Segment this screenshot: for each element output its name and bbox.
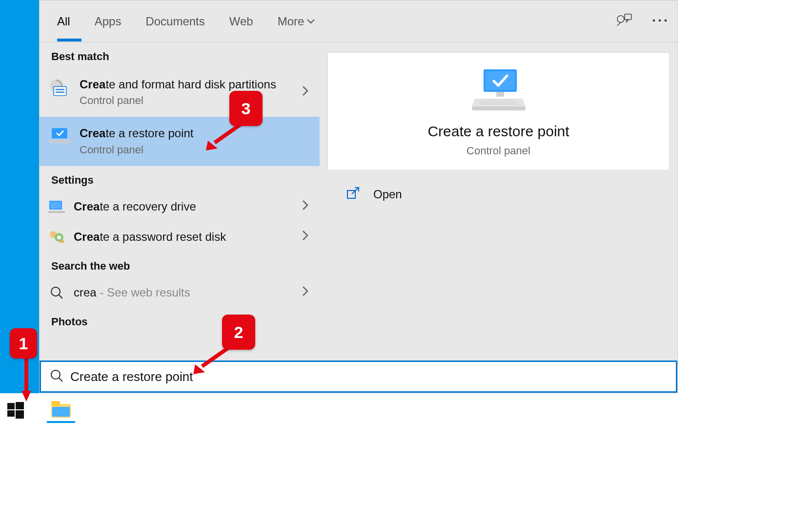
result-create-restore-point[interactable]: Create a restore point Control panel bbox=[40, 117, 320, 166]
tab-web[interactable]: Web bbox=[229, 15, 253, 28]
action-open-label: Open bbox=[373, 188, 402, 201]
svg-line-21 bbox=[59, 295, 62, 298]
svg-marker-25 bbox=[472, 99, 526, 106]
svg-line-42 bbox=[202, 348, 228, 366]
svg-rect-24 bbox=[496, 92, 504, 97]
feedback-icon[interactable] bbox=[616, 13, 632, 28]
result-create-format-partitions[interactable]: Create and format hard disk partitions C… bbox=[40, 68, 320, 117]
svg-rect-14 bbox=[50, 202, 61, 209]
svg-marker-41 bbox=[21, 391, 31, 402]
tab-all[interactable]: All bbox=[57, 15, 70, 28]
annotation-3: 3 bbox=[229, 91, 263, 126]
svg-point-3 bbox=[659, 20, 661, 22]
svg-rect-1 bbox=[625, 14, 631, 20]
tab-apps[interactable]: Apps bbox=[95, 15, 122, 28]
search-input[interactable] bbox=[70, 369, 667, 384]
chevron-right-icon[interactable] bbox=[302, 286, 309, 299]
taskbar-file-explorer[interactable] bbox=[47, 398, 75, 423]
tab-more-label: More bbox=[278, 15, 304, 28]
preview-subtitle: Control panel bbox=[328, 145, 669, 157]
result-create-password-reset-disk[interactable]: Create a password reset disk bbox=[40, 222, 320, 252]
section-best-match: Best match bbox=[40, 42, 320, 68]
svg-rect-15 bbox=[48, 211, 65, 213]
search-icon bbox=[50, 369, 63, 384]
svg-rect-33 bbox=[7, 403, 15, 409]
section-photos: Photos bbox=[40, 308, 320, 333]
result-title: Create a password reset disk bbox=[74, 229, 311, 245]
search-icon bbox=[48, 284, 65, 301]
active-tab-underline bbox=[57, 39, 81, 42]
svg-rect-8 bbox=[56, 91, 64, 93]
svg-rect-7 bbox=[56, 89, 64, 90]
section-search-web: Search the web bbox=[40, 252, 320, 277]
preview-title: Create a restore point bbox=[328, 123, 669, 140]
result-create-recovery-drive[interactable]: Create a recovery drive bbox=[40, 191, 320, 222]
annotation-1: 1 bbox=[10, 328, 37, 359]
svg-point-31 bbox=[51, 370, 60, 379]
annotation-arrow-1 bbox=[20, 359, 32, 402]
result-title: Create and format hard disk partitions bbox=[80, 77, 311, 92]
filter-tabs: All Apps Documents Web More bbox=[40, 0, 677, 42]
more-options-icon[interactable] bbox=[652, 19, 668, 22]
preview-column: Create a restore point Control panel Ope… bbox=[320, 42, 677, 360]
section-settings: Settings bbox=[40, 166, 320, 191]
svg-line-44 bbox=[215, 124, 241, 143]
action-open[interactable]: Open bbox=[327, 181, 670, 208]
restore-point-icon bbox=[48, 126, 71, 148]
preview-restore-point-icon bbox=[328, 67, 669, 113]
svg-rect-11 bbox=[50, 141, 69, 142]
open-icon bbox=[347, 187, 360, 202]
chevron-down-icon bbox=[307, 19, 315, 24]
password-reset-icon bbox=[48, 229, 65, 245]
svg-rect-36 bbox=[16, 410, 24, 419]
search-box[interactable] bbox=[40, 360, 677, 393]
start-button[interactable] bbox=[6, 401, 25, 420]
svg-point-20 bbox=[51, 287, 60, 296]
chevron-right-icon[interactable] bbox=[302, 85, 309, 99]
disk-partition-icon bbox=[48, 77, 71, 99]
svg-rect-6 bbox=[54, 86, 66, 95]
result-title: crea - See web results bbox=[74, 285, 311, 300]
preview-card: Create a restore point Control panel bbox=[327, 52, 670, 170]
desktop-bg-bottom bbox=[0, 393, 812, 508]
result-title: Create a restore point bbox=[80, 126, 311, 141]
svg-point-18 bbox=[57, 235, 61, 239]
result-subtitle: Control panel bbox=[80, 94, 311, 107]
svg-line-32 bbox=[59, 378, 62, 381]
chevron-right-icon[interactable] bbox=[302, 200, 309, 213]
recovery-drive-icon bbox=[48, 198, 65, 215]
result-subtitle: Control panel bbox=[80, 144, 311, 156]
svg-rect-35 bbox=[7, 410, 15, 417]
svg-rect-9 bbox=[52, 128, 67, 139]
chevron-right-icon[interactable] bbox=[302, 230, 309, 244]
svg-point-0 bbox=[617, 16, 624, 22]
svg-rect-38 bbox=[51, 401, 60, 406]
preview-actions: Open bbox=[327, 181, 670, 208]
svg-rect-19 bbox=[60, 240, 64, 243]
results-column: Best match Create and format hard disk p… bbox=[40, 42, 320, 360]
result-title: Create a recovery drive bbox=[74, 199, 311, 214]
svg-rect-34 bbox=[16, 402, 24, 409]
tab-documents[interactable]: Documents bbox=[145, 15, 204, 28]
svg-rect-39 bbox=[52, 407, 70, 417]
svg-rect-12 bbox=[58, 139, 61, 141]
start-search-panel: All Apps Documents Web More Best match bbox=[39, 0, 678, 393]
annotation-2: 2 bbox=[222, 315, 255, 350]
svg-rect-23 bbox=[486, 71, 515, 90]
svg-point-2 bbox=[653, 20, 655, 22]
svg-rect-26 bbox=[472, 106, 526, 110]
tab-more[interactable]: More bbox=[278, 15, 315, 28]
svg-point-4 bbox=[665, 20, 667, 22]
result-web-search[interactable]: crea - See web results bbox=[40, 277, 320, 308]
